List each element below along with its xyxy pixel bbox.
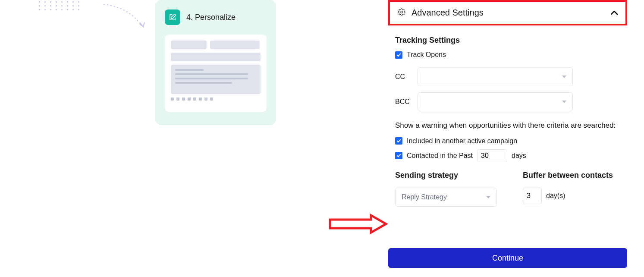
contacted-past-suffix: days bbox=[512, 152, 526, 160]
cc-row: CC bbox=[395, 67, 630, 86]
included-campaign-label: Included in another active campaign bbox=[407, 137, 517, 145]
bcc-row: BCC bbox=[395, 92, 630, 111]
sending-strategy-col: Sending strategy Reply Strategy bbox=[395, 171, 497, 207]
chevron-down-icon bbox=[562, 101, 566, 103]
cc-label: CC bbox=[395, 73, 412, 81]
track-opens-checkbox[interactable] bbox=[395, 51, 402, 59]
contacted-past-checkbox[interactable] bbox=[395, 152, 402, 159]
bcc-label: BCC bbox=[395, 98, 412, 106]
annotation-arrow-icon bbox=[328, 214, 388, 234]
bcc-select[interactable] bbox=[418, 92, 573, 111]
svg-point-0 bbox=[401, 11, 403, 13]
curved-arrow-decoration bbox=[101, 2, 149, 32]
chevron-down-icon bbox=[486, 196, 490, 198]
cc-bcc-section: CC BCC bbox=[395, 67, 630, 111]
strategy-buffer-section: Sending strategy Reply Strategy Buffer b… bbox=[395, 171, 630, 207]
included-campaign-checkbox[interactable] bbox=[395, 137, 402, 145]
email-preview-mock bbox=[165, 35, 267, 112]
contacted-days-input[interactable] bbox=[477, 149, 507, 162]
gear-icon bbox=[398, 8, 405, 18]
buffer-unit: day(s) bbox=[546, 192, 565, 200]
track-opens-row: Track Opens bbox=[395, 51, 630, 59]
included-campaign-row: Included in another active campaign bbox=[395, 137, 630, 145]
advanced-settings-toggle[interactable]: Advanced Settings bbox=[388, 0, 627, 25]
buffer-heading: Buffer between contacts bbox=[523, 171, 613, 180]
sending-strategy-value: Reply Strategy bbox=[402, 193, 447, 201]
advanced-settings-title: Advanced Settings bbox=[412, 8, 484, 18]
card-title: 4. Personalize bbox=[186, 13, 236, 22]
buffer-col: Buffer between contacts day(s) bbox=[523, 171, 613, 207]
personalize-step-card: 4. Personalize bbox=[155, 0, 276, 125]
continue-button[interactable]: Continue bbox=[388, 248, 627, 268]
tracking-section: Tracking Settings Track Opens bbox=[395, 36, 630, 59]
buffer-row: day(s) bbox=[523, 188, 613, 204]
warning-section: Show a warning when opportunities with t… bbox=[395, 120, 630, 162]
contacted-past-prefix: Contacted in the Past bbox=[407, 152, 473, 160]
contacted-past-row: Contacted in the Past days bbox=[395, 149, 630, 162]
card-header: 4. Personalize bbox=[165, 9, 267, 25]
chevron-up-icon bbox=[611, 9, 618, 17]
cc-select[interactable] bbox=[418, 67, 573, 86]
left-decorative-area: 4. Personalize bbox=[0, 0, 302, 277]
buffer-value-input[interactable] bbox=[523, 188, 542, 204]
settings-panel: Advanced Settings Tracking Settings Trac… bbox=[388, 0, 630, 215]
sending-strategy-heading: Sending strategy bbox=[395, 171, 497, 180]
edit-icon bbox=[165, 9, 180, 25]
tracking-heading: Tracking Settings bbox=[395, 36, 630, 45]
sending-strategy-select[interactable]: Reply Strategy bbox=[395, 188, 497, 207]
chevron-down-icon bbox=[562, 76, 566, 78]
warning-text: Show a warning when opportunities with t… bbox=[395, 120, 619, 131]
dots-decoration bbox=[37, 0, 84, 22]
track-opens-label: Track Opens bbox=[407, 51, 446, 59]
